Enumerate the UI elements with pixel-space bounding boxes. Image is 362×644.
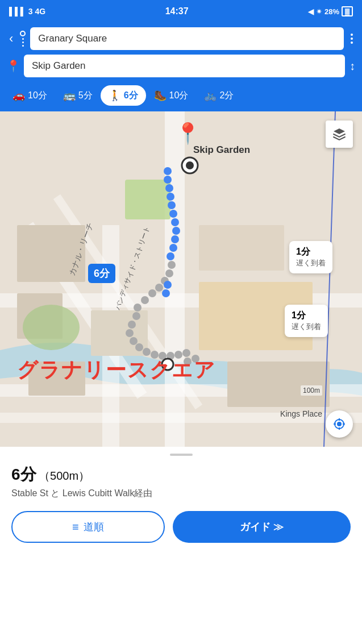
- tab-hike[interactable]: 🥾 10分: [146, 85, 197, 106]
- back-button[interactable]: ‹: [7, 29, 15, 48]
- bluetooth-icon: ✴: [316, 7, 322, 16]
- svg-point-38: [126, 329, 134, 337]
- list-icon: ≡: [72, 521, 79, 534]
- location-button[interactable]: [326, 410, 353, 438]
- svg-point-46: [182, 349, 190, 357]
- walk-icon: 🚶: [109, 89, 121, 102]
- battery-label: 28%: [324, 7, 339, 16]
- layer-button[interactable]: [326, 121, 353, 148]
- guide-label: ガイド ≫: [240, 520, 284, 534]
- tab-drive[interactable]: 🚗 10分: [5, 85, 55, 106]
- svg-point-21: [169, 210, 177, 218]
- svg-point-24: [171, 235, 179, 243]
- svg-point-19: [167, 193, 174, 201]
- svg-point-17: [164, 176, 172, 184]
- svg-rect-14: [125, 180, 170, 219]
- bottom-handle: [170, 454, 193, 456]
- svg-point-36: [132, 312, 140, 320]
- action-buttons: ≡ 道順 ガイド ≫: [11, 511, 351, 543]
- status-right: ◀ ✴ 28% ▓: [308, 6, 353, 16]
- tab-transit[interactable]: 🚌 5分: [55, 85, 101, 106]
- cycle-icon: 🚲: [204, 89, 217, 102]
- origin-dot: [20, 31, 26, 36]
- route-via: Stable St と Lewis Cubitt Walk経由: [11, 488, 351, 500]
- origin-waypoint-icon: [20, 31, 26, 47]
- network-label: 4G: [35, 7, 46, 16]
- destination-marker: 📍: [175, 122, 201, 146]
- destination-pin-icon: 📍: [6, 59, 20, 73]
- map-bubble-1: 1分 遅く到着: [289, 241, 332, 273]
- svg-point-31: [148, 289, 156, 297]
- map-container[interactable]: カナル・リーチ バンディサイド・ストリート 📍 Skip Garden 6分 1…: [0, 111, 362, 447]
- origin-input[interactable]: [30, 27, 344, 50]
- map-skip-garden-label: Skip Garden: [193, 144, 250, 156]
- swap-button[interactable]: ↕: [349, 60, 355, 73]
- origin-row: ‹: [7, 27, 355, 50]
- svg-point-20: [168, 201, 176, 209]
- hike-time: 10分: [169, 90, 189, 102]
- destination-input[interactable]: [24, 55, 345, 77]
- svg-point-35: [162, 289, 170, 297]
- vdots: [22, 38, 24, 47]
- svg-point-37: [128, 321, 136, 329]
- svg-point-22: [171, 218, 179, 226]
- transit-icon: 🚌: [63, 89, 76, 102]
- route-distance: （500m）: [39, 470, 90, 482]
- battery-icon: ▓: [342, 6, 353, 16]
- drive-icon: 🚗: [13, 89, 25, 102]
- bubble2-line2: 遅く到着: [292, 322, 321, 332]
- svg-point-23: [172, 227, 180, 235]
- bottom-sheet: 6分 （500m） Stable St と Lewis Cubitt Walk経…: [0, 447, 362, 554]
- svg-point-40: [135, 343, 143, 351]
- svg-point-27: [168, 261, 176, 269]
- route-summary: 6分 （500m）: [11, 464, 351, 485]
- map-6min-label: 6分: [88, 264, 115, 283]
- guide-button[interactable]: ガイド ≫: [173, 511, 351, 543]
- directions-label: 道順: [84, 520, 104, 534]
- more-button[interactable]: [348, 31, 355, 46]
- svg-point-25: [169, 244, 177, 252]
- svg-point-18: [165, 184, 173, 192]
- hike-icon: 🥾: [154, 89, 167, 102]
- status-bar: ▌▌▌ 3 4G 14:37 ◀ ✴ 28% ▓: [0, 0, 362, 23]
- directions-button[interactable]: ≡ 道順: [11, 511, 165, 543]
- svg-point-51: [186, 161, 194, 169]
- time-label: 14:37: [165, 6, 189, 16]
- signal-icon: ▌▌▌: [9, 7, 26, 16]
- cycle-time: 2分: [219, 90, 234, 102]
- header: ‹ 📍 ↕: [0, 23, 362, 82]
- svg-point-16: [164, 167, 172, 175]
- svg-rect-8: [199, 225, 284, 271]
- map-japanese-label: グラナリースクエア: [17, 356, 216, 384]
- carrier-label: 3: [28, 7, 33, 16]
- svg-point-54: [337, 422, 342, 426]
- map-bubble-2: 1分 遅く到着: [285, 305, 328, 337]
- bubble1-line2: 遅く到着: [296, 258, 326, 268]
- destination-row: 📍 ↕: [7, 55, 355, 77]
- bubble2-line1: 1分: [292, 309, 321, 322]
- svg-point-34: [164, 281, 172, 289]
- map-kings-place-label: Kings Place: [280, 409, 322, 418]
- location-status-icon: ◀: [308, 7, 314, 16]
- status-left: ▌▌▌ 3 4G: [9, 7, 45, 16]
- svg-point-26: [167, 252, 174, 260]
- route-time: 6分: [11, 466, 36, 483]
- tab-walk[interactable]: 🚶 6分: [101, 85, 146, 106]
- svg-point-41: [143, 348, 151, 356]
- svg-point-30: [155, 284, 163, 292]
- svg-point-13: [23, 305, 80, 350]
- bubble1-line1: 1分: [296, 246, 326, 258]
- walk-time: 6分: [124, 90, 138, 102]
- svg-point-33: [134, 304, 142, 311]
- svg-point-39: [130, 337, 138, 345]
- map-scale-label: 100m: [301, 385, 322, 396]
- transport-tabs: 🚗 10分 🚌 5分 🚶 6分 🥾 10分 🚲 2分: [0, 82, 362, 111]
- svg-rect-10: [227, 362, 330, 407]
- svg-point-28: [165, 269, 173, 277]
- drive-time: 10分: [28, 90, 47, 102]
- svg-point-32: [141, 296, 149, 304]
- tab-cycle[interactable]: 🚲 2分: [196, 85, 242, 106]
- transit-time: 5分: [78, 90, 93, 102]
